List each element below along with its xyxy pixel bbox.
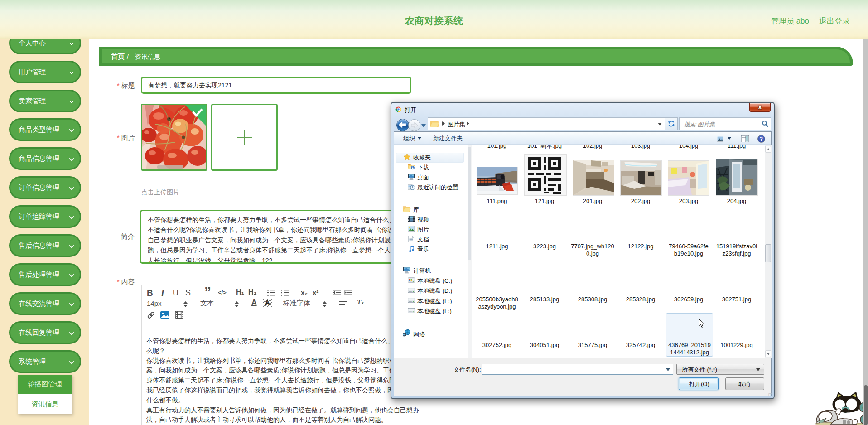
svg-text:A: A [265, 299, 270, 306]
